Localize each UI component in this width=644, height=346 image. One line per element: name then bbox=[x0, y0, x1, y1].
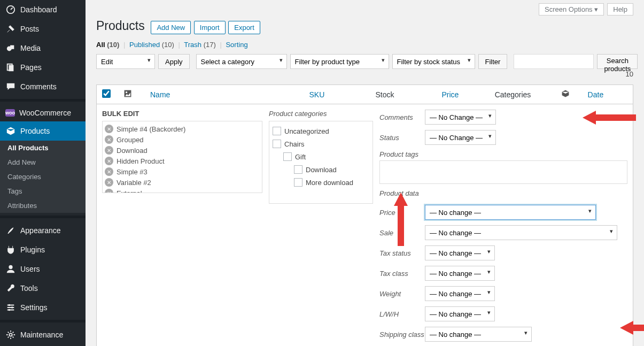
admin-sidebar: Dashboard Posts Media Pages Comments woo… bbox=[0, 0, 86, 346]
sku-column-header[interactable]: SKU bbox=[309, 90, 376, 99]
submenu-tags[interactable]: Tags bbox=[0, 184, 86, 198]
user-icon bbox=[5, 264, 16, 274]
remove-icon[interactable]: ✕ bbox=[105, 189, 113, 193]
bulk-product-item: ✕External bbox=[105, 188, 260, 193]
sidebar-item-plugins[interactable]: Plugins bbox=[0, 240, 86, 259]
product-type-filter-select[interactable]: Filter by product type bbox=[290, 54, 389, 69]
sidebar-item-users[interactable]: Users bbox=[0, 259, 86, 279]
status-select[interactable]: — No Change — bbox=[425, 130, 496, 145]
bulk-action-select[interactable]: Edit bbox=[96, 54, 155, 69]
stock-filter-select[interactable]: Filter by stock status bbox=[392, 54, 475, 69]
plugin-icon bbox=[5, 244, 16, 255]
name-column-header[interactable]: Name bbox=[150, 90, 309, 99]
comments-select[interactable]: — No Change — bbox=[425, 110, 496, 125]
svg-point-9 bbox=[9, 333, 12, 336]
sidebar-item-appearance[interactable]: Appearance bbox=[0, 221, 86, 240]
filter-sorting[interactable]: Sorting bbox=[226, 41, 247, 49]
pin-icon bbox=[5, 24, 16, 34]
category-checkbox[interactable] bbox=[283, 152, 292, 161]
products-icon bbox=[5, 126, 16, 136]
tags-input[interactable] bbox=[379, 160, 627, 184]
item-count: 10 bbox=[626, 70, 633, 78]
filter-button[interactable]: Filter bbox=[478, 54, 508, 69]
product-categories-label: Product categories bbox=[269, 110, 373, 118]
sidebar-item-woocommerce[interactable]: wooWooCommerce bbox=[0, 104, 86, 121]
select-all-checkbox[interactable] bbox=[102, 89, 111, 98]
sidebar-item-label: Tools bbox=[20, 284, 38, 293]
svg-point-6 bbox=[9, 304, 11, 306]
sale-select[interactable]: — No change — bbox=[425, 225, 617, 240]
bulk-product-item: ✕Simple #4 (Backorder) bbox=[105, 124, 260, 134]
search-button[interactable]: Search products bbox=[597, 54, 638, 69]
remove-icon[interactable]: ✕ bbox=[105, 167, 113, 176]
tax-status-label: Tax status bbox=[379, 249, 425, 257]
submenu-all-products[interactable]: All Products bbox=[0, 141, 86, 155]
bulk-edit-title: BULK EDIT bbox=[102, 110, 262, 118]
sidebar-item-label: Posts bbox=[20, 25, 39, 33]
sidebar-item-dashboard[interactable]: Dashboard bbox=[0, 0, 86, 19]
sidebar-item-pages[interactable]: Pages bbox=[0, 58, 86, 77]
bulk-product-item: ✕Hidden Product bbox=[105, 156, 260, 166]
status-label: Status bbox=[379, 134, 425, 142]
category-checkbox[interactable] bbox=[294, 165, 302, 174]
sliders-icon bbox=[5, 302, 16, 313]
submenu-categories[interactable]: Categories bbox=[0, 170, 86, 184]
submenu-attributes[interactable]: Attributes bbox=[0, 198, 86, 213]
product-data-label: Product data bbox=[379, 189, 627, 197]
sidebar-item-products[interactable]: Products bbox=[0, 121, 86, 141]
shipping-select[interactable]: — No change — bbox=[425, 327, 532, 342]
filter-all[interactable]: All (10) bbox=[96, 41, 119, 49]
category-checklist[interactable]: Uncategorized Chairs Gift Download More … bbox=[269, 121, 373, 204]
remove-icon[interactable]: ✕ bbox=[105, 135, 113, 144]
filter-trash[interactable]: Trash (17) bbox=[184, 41, 216, 49]
sidebar-item-settings[interactable]: Settings bbox=[0, 298, 86, 317]
sidebar-item-posts[interactable]: Posts bbox=[0, 19, 86, 39]
lwh-label: L/W/H bbox=[379, 310, 425, 318]
svg-point-11 bbox=[126, 91, 127, 93]
price-select[interactable]: — No change — bbox=[425, 205, 596, 220]
sidebar-item-label: Dashboard bbox=[20, 5, 57, 14]
sidebar-item-maintenance[interactable]: Maintenance bbox=[0, 325, 86, 344]
tax-status-select[interactable]: — No change — bbox=[425, 245, 495, 260]
table-header: Name SKU Stock Price Categories Date bbox=[96, 84, 633, 104]
submenu-add-new[interactable]: Add New bbox=[0, 155, 86, 170]
remove-icon[interactable]: ✕ bbox=[105, 178, 113, 187]
date-column-header[interactable]: Date bbox=[588, 90, 627, 99]
lwh-select[interactable]: — No change — bbox=[425, 306, 495, 321]
filter-published[interactable]: Published (10) bbox=[129, 41, 174, 49]
apply-button[interactable]: Apply bbox=[158, 54, 190, 69]
sidebar-item-label: Users bbox=[20, 265, 40, 273]
remove-icon[interactable]: ✕ bbox=[105, 146, 113, 155]
sidebar-item-label: WooCommerce bbox=[19, 109, 71, 117]
categories-column-header: Categories bbox=[495, 90, 561, 99]
category-checkbox[interactable] bbox=[294, 178, 302, 187]
category-checkbox[interactable] bbox=[273, 127, 281, 135]
shipping-label: Shipping class bbox=[379, 330, 425, 339]
page-title: Products bbox=[96, 19, 145, 33]
screen-options-button[interactable]: Screen Options ▾ bbox=[539, 3, 604, 16]
sidebar-item-media[interactable]: Media bbox=[0, 39, 86, 58]
weight-label: Weight bbox=[379, 290, 425, 298]
category-filter-select[interactable]: Select a category bbox=[196, 54, 287, 69]
search-input[interactable] bbox=[514, 54, 594, 69]
weight-select[interactable]: — No change — bbox=[425, 286, 495, 301]
remove-icon[interactable]: ✕ bbox=[105, 125, 113, 133]
price-column-header[interactable]: Price bbox=[441, 90, 494, 99]
import-button[interactable]: Import bbox=[194, 21, 226, 34]
svg-rect-2 bbox=[10, 45, 14, 49]
main-content: Screen Options ▾ Help Products Add New I… bbox=[86, 0, 644, 346]
add-new-button[interactable]: Add New bbox=[151, 21, 191, 34]
remove-icon[interactable]: ✕ bbox=[105, 157, 113, 165]
svg-point-8 bbox=[9, 309, 11, 311]
help-button[interactable]: Help bbox=[607, 3, 633, 16]
category-checkbox[interactable] bbox=[273, 140, 281, 148]
sidebar-item-comments[interactable]: Comments bbox=[0, 77, 86, 96]
wrench-icon bbox=[5, 283, 16, 294]
tax-class-select[interactable]: — No change — bbox=[425, 266, 495, 281]
export-button[interactable]: Export bbox=[228, 21, 260, 34]
gear-icon bbox=[5, 329, 16, 340]
bulk-product-list[interactable]: ✕Simple #4 (Backorder) ✕Grouped ✕Downloa… bbox=[102, 121, 262, 193]
sidebar-item-tools[interactable]: Tools bbox=[0, 279, 86, 298]
svg-point-5 bbox=[9, 265, 12, 269]
bulk-product-item: ✕Simple #3 bbox=[105, 166, 260, 177]
